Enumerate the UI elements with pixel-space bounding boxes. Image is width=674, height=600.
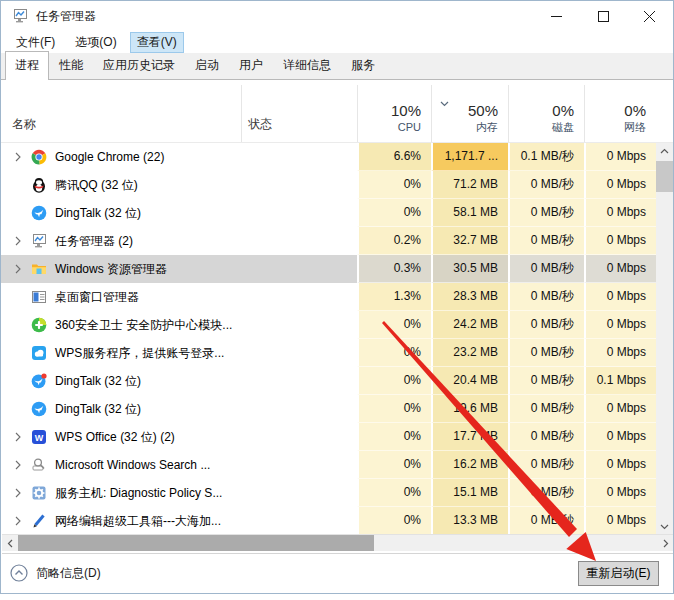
process-row[interactable]: Windows 资源管理器 0.3% 30.5 MB 0 MB/秒 0 Mbps [1,255,656,283]
window-title: 任务管理器 [36,8,96,25]
process-name: WPS服务程序，提供账号登录... [55,345,224,362]
column-header-disk[interactable]: 0% 磁盘 [508,85,584,142]
qq-icon [31,177,47,193]
disk-column-label: 磁盘 [509,120,574,135]
fewer-details-toggle[interactable]: 简略信息(D) [10,564,101,582]
menu-file[interactable]: 文件(F) [9,32,62,53]
maximize-button[interactable] [580,1,626,31]
disk-value-cell: 0 MB/秒 [508,479,584,507]
cpu-value-cell: 0% [357,451,431,479]
process-name: DingTalk (32 位) [55,373,141,390]
process-row[interactable]: 腾讯QQ (32 位) 0% 71.2 MB 0 MB/秒 0 Mbps [1,171,656,199]
expand-chevron-icon[interactable] [11,152,25,162]
tab-processes[interactable]: 进程 [5,51,49,80]
network-value-cell: 0 Mbps [584,283,656,311]
vertical-scroll-thumb[interactable] [656,161,673,192]
cpu-value-cell: 0% [357,339,431,367]
menu-bar: 文件(F) 选项(O) 查看(V) [1,31,673,53]
disk-value-cell: 0 MB/秒 [508,199,584,227]
pencil-icon [31,513,47,529]
process-name-cell: 服务主机: Diagnostic Policy S... [1,479,357,507]
process-name: DingTalk (32 位) [55,205,141,222]
process-row[interactable]: Microsoft Windows Search ... 0% 16.2 MB … [1,451,656,479]
process-name-cell: W WPS Office (32 位) (2) [1,423,357,451]
scroll-up-icon[interactable] [656,143,673,158]
disk-value-cell: 0 MB/秒 [508,339,584,367]
scroll-right-icon[interactable] [657,535,674,551]
tab-details[interactable]: 详细信息 [273,51,341,79]
expand-chevron-icon[interactable] [11,432,25,442]
tab-users[interactable]: 用户 [229,51,273,79]
restart-button[interactable]: 重新启动(E) [578,561,659,586]
process-row[interactable]: 360安全卫士 安全防护中心模块... 0% 24.2 MB 0 MB/秒 0 … [1,311,656,339]
process-row[interactable]: DingTalk (32 位) 0% 58.1 MB 0 MB/秒 0 Mbps [1,199,656,227]
network-value-cell: 0 Mbps [584,143,656,171]
column-header-network[interactable]: 0% 网络 [584,85,656,142]
network-total-percent: 0% [585,102,646,120]
tab-performance[interactable]: 性能 [49,51,93,79]
process-row[interactable]: 网络编辑超级工具箱---大海加... 0% 13.3 MB 0 MB/秒 0 M… [1,507,656,535]
cpu-value-cell: 0.3% [357,255,431,283]
tab-services[interactable]: 服务 [341,51,385,79]
memory-value-cell: 19.6 MB [431,395,508,423]
disk-value-cell: 0 MB/秒 [508,171,584,199]
process-row[interactable]: 桌面窗口管理器 1.3% 28.3 MB 0 MB/秒 0 Mbps [1,283,656,311]
process-name: 服务主机: Diagnostic Policy S... [55,485,222,502]
title-bar: 任务管理器 [1,1,673,31]
process-name: DingTalk (32 位) [55,401,141,418]
process-row[interactable]: DingTalk (32 位) 0% 20.4 MB 0 MB/秒 0.1 Mb… [1,367,656,395]
column-header-name[interactable]: 名称 [1,85,241,142]
taskmgr-icon [31,233,47,249]
tab-startup[interactable]: 启动 [185,51,229,79]
cpu-value-cell: 1.3% [357,283,431,311]
network-value-cell: 0 Mbps [584,339,656,367]
disk-value-cell: 0 MB/秒 [508,451,584,479]
process-name: Microsoft Windows Search ... [55,458,210,472]
process-table: Google Chrome (22) 6.6% 1,171.7 ... 0.1 … [1,143,656,535]
horizontal-scrollbar[interactable] [2,534,674,551]
process-row[interactable]: 服务主机: Diagnostic Policy S... 0% 15.1 MB … [1,479,656,507]
cpu-value-cell: 0% [357,311,431,339]
disk-value-cell: 0 MB/秒 [508,255,584,283]
minimize-button[interactable] [533,1,579,31]
menu-view[interactable]: 查看(V) [130,32,184,53]
process-row[interactable]: W WPS Office (32 位) (2) 0% 17.7 MB 0 MB/… [1,423,656,451]
process-name-cell: Microsoft Windows Search ... [1,451,357,479]
disk-total-percent: 0% [509,102,574,120]
process-name: Google Chrome (22) [55,150,164,164]
process-name: 360安全卫士 安全防护中心模块... [55,317,232,334]
close-icon[interactable] [626,1,672,31]
disk-value-cell: 0 MB/秒 [508,423,584,451]
menu-options[interactable]: 选项(O) [68,32,123,53]
process-name: 网络编辑超级工具箱---大海加... [55,513,221,530]
svg-text:W: W [35,433,44,443]
cpu-value-cell: 0% [357,367,431,395]
vertical-scrollbar[interactable] [656,143,673,534]
horizontal-scroll-thumb[interactable] [18,535,374,551]
process-row[interactable]: 任务管理器 (2) 0.2% 32.7 MB 0 MB/秒 0 Mbps [1,227,656,255]
scroll-down-icon[interactable] [656,519,673,534]
disk-value-cell: 0 MB/秒 [508,395,584,423]
network-value-cell: 0 Mbps [584,423,656,451]
column-header-status[interactable]: 状态 [241,85,357,142]
expand-chevron-icon[interactable] [11,236,25,246]
expand-chevron-icon[interactable] [11,264,25,274]
process-row[interactable]: DingTalk (32 位) 0% 19.6 MB 0 MB/秒 0 Mbps [1,395,656,423]
scroll-left-icon[interactable] [2,535,17,551]
disk-value-cell: 0 MB/秒 [508,283,584,311]
network-value-cell: 0 Mbps [584,311,656,339]
wps-cloud-icon [31,345,47,361]
process-row[interactable]: Google Chrome (22) 6.6% 1,171.7 ... 0.1 … [1,143,656,171]
process-row[interactable]: WPS服务程序，提供账号登录... 0% 23.2 MB 0 MB/秒 0 Mb… [1,339,656,367]
safe360-icon [31,317,47,333]
expand-chevron-icon[interactable] [11,488,25,498]
expand-chevron-icon[interactable] [11,460,25,470]
column-header-cpu[interactable]: 10% CPU [357,85,431,142]
expand-chevron-icon[interactable] [11,516,25,526]
process-name-cell: 网络编辑超级工具箱---大海加... [1,507,357,535]
column-header-memory[interactable]: 50% 内存 [431,85,508,142]
sort-chevron-down-icon [440,101,449,107]
cpu-value-cell: 0% [357,199,431,227]
tab-app-history[interactable]: 应用历史记录 [93,51,185,79]
disk-value-cell: 0.1 MB/秒 [508,143,584,171]
